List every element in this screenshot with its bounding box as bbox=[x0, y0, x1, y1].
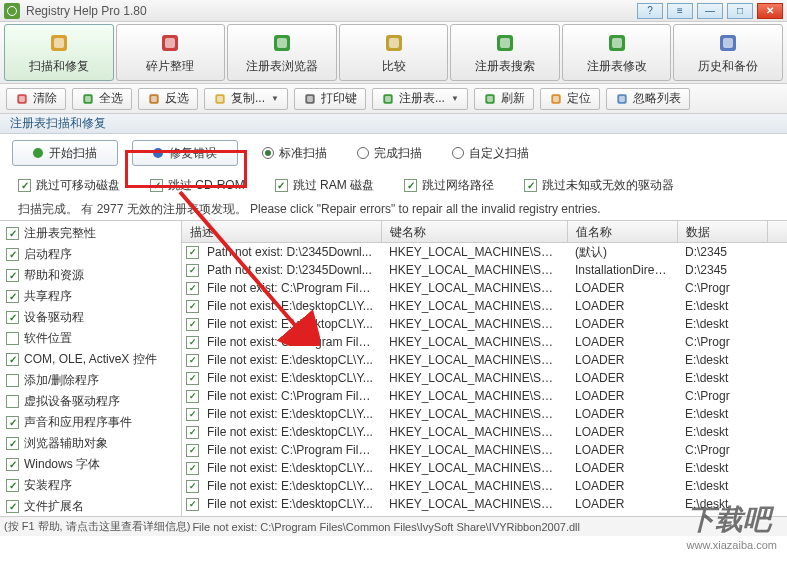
scan-mode-radio[interactable]: 标准扫描 bbox=[262, 145, 327, 162]
table-row[interactable]: File not exist: C:\Program Files...HKEY_… bbox=[182, 333, 787, 351]
gear-icon bbox=[153, 148, 163, 158]
category-item[interactable]: 帮助和资源 bbox=[0, 265, 181, 286]
cell-data: E:\deskt bbox=[677, 479, 767, 493]
category-item[interactable]: 虚拟设备驱动程序 bbox=[0, 391, 181, 412]
skip-option[interactable]: 跳过 RAM 磁盘 bbox=[275, 177, 374, 194]
row-checkbox-icon[interactable] bbox=[186, 462, 199, 475]
table-row[interactable]: File not exist: C:\Program Files...HKEY_… bbox=[182, 387, 787, 405]
column-header[interactable]: 描述 bbox=[182, 221, 382, 242]
row-checkbox-icon[interactable] bbox=[186, 390, 199, 403]
refresh-icon bbox=[483, 92, 497, 106]
checkbox-icon bbox=[6, 500, 19, 513]
subbtn-refresh[interactable]: 刷新 bbox=[474, 88, 534, 110]
row-checkbox-icon[interactable] bbox=[186, 336, 199, 349]
svg-rect-29 bbox=[553, 96, 559, 102]
table-row[interactable]: Path not exist: D:\2345Downl...HKEY_LOCA… bbox=[182, 243, 787, 261]
row-checkbox-icon[interactable] bbox=[186, 354, 199, 367]
table-row[interactable]: File not exist: E:\desktopCL\Y...HKEY_LO… bbox=[182, 369, 787, 387]
category-label: 共享程序 bbox=[24, 288, 72, 305]
subbtn-copy[interactable]: 复制...▼ bbox=[204, 88, 288, 110]
subbtn-reg[interactable]: 注册表...▼ bbox=[372, 88, 468, 110]
scan-mode-radio[interactable]: 自定义扫描 bbox=[452, 145, 529, 162]
main-tab-backup[interactable]: 历史和备份 bbox=[673, 24, 783, 81]
main-tab-defrag[interactable]: 碎片整理 bbox=[116, 24, 226, 81]
row-checkbox-icon[interactable] bbox=[186, 282, 199, 295]
repair-errors-button[interactable]: 修复错误 bbox=[132, 140, 238, 166]
row-checkbox-icon[interactable] bbox=[186, 444, 199, 457]
table-row[interactable]: File not exist: E:\desktopCL\Y...HKEY_LO… bbox=[182, 351, 787, 369]
column-header[interactable]: 数据 bbox=[678, 221, 768, 242]
minimize-button[interactable]: — bbox=[697, 3, 723, 19]
subbtn-goto[interactable]: 定位 bbox=[540, 88, 600, 110]
cell-data: C:\Progr bbox=[677, 281, 767, 295]
category-item[interactable]: 声音和应用程序事件 bbox=[0, 412, 181, 433]
status-help-hint[interactable]: (按 F1 帮助, 请点击这里查看详细信息) bbox=[4, 519, 190, 534]
category-item[interactable]: 设备驱动程 bbox=[0, 307, 181, 328]
settings-button[interactable]: ≡ bbox=[667, 3, 693, 19]
category-item[interactable]: 软件位置 bbox=[0, 328, 181, 349]
row-checkbox-icon[interactable] bbox=[186, 480, 199, 493]
skip-option[interactable]: 跳过可移动磁盘 bbox=[18, 177, 120, 194]
table-row[interactable]: File not exist: E:\desktopCL\Y...HKEY_LO… bbox=[182, 477, 787, 495]
subbtn-print[interactable]: 打印键 bbox=[294, 88, 366, 110]
cell-desc: File not exist: C:\Program Files... bbox=[199, 335, 381, 349]
main-tab-scan[interactable]: 扫描和修复 bbox=[4, 24, 114, 81]
maximize-button[interactable]: □ bbox=[727, 3, 753, 19]
row-checkbox-icon[interactable] bbox=[186, 264, 199, 277]
scan-mode-radio[interactable]: 完成扫描 bbox=[357, 145, 422, 162]
category-item[interactable]: 浏览器辅助对象 bbox=[0, 433, 181, 454]
category-item[interactable]: COM, OLE, ActiveX 控件 bbox=[0, 349, 181, 370]
category-item[interactable]: 启动程序 bbox=[0, 244, 181, 265]
table-row[interactable]: File not exist: E:\desktopCL\Y...HKEY_LO… bbox=[182, 423, 787, 441]
main-tab-browse[interactable]: 注册表浏览器 bbox=[227, 24, 337, 81]
skip-option[interactable]: 跳过 CD-ROM bbox=[150, 177, 245, 194]
results-rows[interactable]: Path not exist: D:\2345Downl...HKEY_LOCA… bbox=[182, 243, 787, 516]
main-tab-edit[interactable]: 注册表修改 bbox=[562, 24, 672, 81]
close-button[interactable]: ✕ bbox=[757, 3, 783, 19]
table-row[interactable]: File not exist: C:\Program Files...HKEY_… bbox=[182, 441, 787, 459]
cell-value: LOADER bbox=[567, 425, 677, 439]
row-checkbox-icon[interactable] bbox=[186, 426, 199, 439]
table-row[interactable]: File not exist: E:\desktopCL\Y...HKEY_LO… bbox=[182, 495, 787, 513]
column-header[interactable]: 键名称 bbox=[382, 221, 568, 242]
column-header[interactable]: 值名称 bbox=[568, 221, 678, 242]
table-row[interactable]: File not exist: E:\desktopCL\Y...HKEY_LO… bbox=[182, 459, 787, 477]
subbtn-invert[interactable]: 反选 bbox=[138, 88, 198, 110]
row-checkbox-icon[interactable] bbox=[186, 372, 199, 385]
table-row[interactable]: File not exist: E:\desktopCL\Y...HKEY_LO… bbox=[182, 405, 787, 423]
cell-data: E:\deskt bbox=[677, 461, 767, 475]
category-item[interactable]: 共享程序 bbox=[0, 286, 181, 307]
help-button[interactable]: ? bbox=[637, 3, 663, 19]
skip-option[interactable]: 跳过网络路径 bbox=[404, 177, 494, 194]
category-item[interactable]: 文件扩展名 bbox=[0, 496, 181, 516]
skip-option[interactable]: 跳过未知或无效的驱动器 bbox=[524, 177, 674, 194]
category-item[interactable]: 添加/删除程序 bbox=[0, 370, 181, 391]
main-tab-compare[interactable]: 比较 bbox=[339, 24, 449, 81]
cell-data: E:\deskt bbox=[677, 353, 767, 367]
subbtn-clear[interactable]: 清除 bbox=[6, 88, 66, 110]
table-row[interactable]: File not exist: E:\desktopCL\Y...HKEY_LO… bbox=[182, 315, 787, 333]
table-row[interactable]: Path not exist: D:\2345Downl...HKEY_LOCA… bbox=[182, 261, 787, 279]
category-label: 启动程序 bbox=[24, 246, 72, 263]
category-item[interactable]: 安装程序 bbox=[0, 475, 181, 496]
table-row[interactable]: File not exist: C:\Program Files...HKEY_… bbox=[182, 279, 787, 297]
svg-rect-3 bbox=[165, 38, 175, 48]
row-checkbox-icon[interactable] bbox=[186, 318, 199, 331]
skip-option-label: 跳过网络路径 bbox=[422, 177, 494, 194]
start-scan-button[interactable]: 开始扫描 bbox=[12, 140, 118, 166]
row-checkbox-icon[interactable] bbox=[186, 246, 199, 259]
cell-key: HKEY_LOCAL_MACHINE\SOFT... bbox=[381, 407, 567, 421]
main-tab-search[interactable]: 注册表搜索 bbox=[450, 24, 560, 81]
subbtn-selall[interactable]: 全选 bbox=[72, 88, 132, 110]
cell-value: LOADER bbox=[567, 281, 677, 295]
svg-rect-11 bbox=[612, 38, 622, 48]
category-item[interactable]: Windows 字体 bbox=[0, 454, 181, 475]
row-checkbox-icon[interactable] bbox=[186, 498, 199, 511]
category-item[interactable]: 注册表完整性 bbox=[0, 223, 181, 244]
subbtn-ignore[interactable]: 忽略列表 bbox=[606, 88, 690, 110]
action-row: 开始扫描 修复错误 标准扫描完成扫描自定义扫描 bbox=[0, 134, 787, 172]
categories-pane[interactable]: 注册表完整性启动程序帮助和资源共享程序设备驱动程软件位置COM, OLE, Ac… bbox=[0, 221, 182, 516]
table-row[interactable]: File not exist: E:\desktopCL\Y...HKEY_LO… bbox=[182, 297, 787, 315]
row-checkbox-icon[interactable] bbox=[186, 300, 199, 313]
row-checkbox-icon[interactable] bbox=[186, 408, 199, 421]
